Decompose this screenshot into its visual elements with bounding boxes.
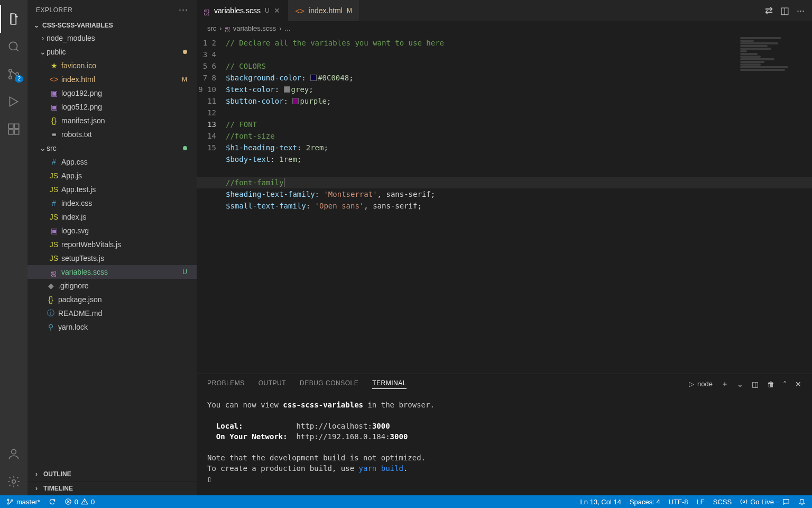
- status-bar: master* 0 0 Ln 13, Col 14 Spaces: 4 UTF-…: [0, 495, 812, 508]
- terminal-output[interactable]: You can now view css-scss-variables in t…: [197, 394, 812, 495]
- file-logo512[interactable]: ▣ logo512.png: [27, 100, 197, 114]
- scss-icon: ஜ: [49, 268, 59, 277]
- outline-section[interactable]: › OUTLINE: [27, 467, 197, 481]
- color-swatch: [310, 75, 317, 81]
- folder-src[interactable]: ⌄ src: [27, 141, 197, 155]
- explorer-sidebar: EXPLORER ··· ⌄ CSS-SCSS-VARIABLES › node…: [27, 0, 197, 495]
- js-icon: JS: [49, 240, 59, 249]
- terminal-picker[interactable]: ▷ node: [689, 380, 713, 388]
- timeline-section[interactable]: › TIMELINE: [27, 481, 197, 495]
- status-sync[interactable]: [44, 498, 60, 505]
- file-setuptests[interactable]: JS setupTests.js: [27, 251, 197, 265]
- split-editor-icon[interactable]: ◫: [780, 5, 789, 16]
- kill-terminal-icon[interactable]: 🗑: [767, 380, 774, 388]
- chevron-right-icon: ›: [33, 485, 40, 492]
- split-terminal-icon[interactable]: ◫: [752, 380, 759, 388]
- file-readme[interactable]: ⓘ README.md: [27, 306, 197, 320]
- chevron-right-icon: ›: [33, 470, 40, 478]
- svg-point-2: [9, 76, 12, 79]
- svg-rect-6: [8, 130, 13, 134]
- minimap[interactable]: [740, 37, 809, 90]
- activity-bar: 2: [0, 0, 27, 495]
- chevron-down-icon: ⌄: [33, 22, 40, 29]
- code-content[interactable]: // Declare all the variables you want to…: [226, 35, 812, 212]
- project-header[interactable]: ⌄ CSS-SCSS-VARIABLES: [27, 20, 197, 31]
- more-actions-icon[interactable]: ···: [797, 5, 805, 16]
- activity-account-icon[interactable]: [0, 440, 27, 468]
- scss-icon: ஜ: [225, 24, 230, 32]
- file-package-json[interactable]: {} package.json: [27, 293, 197, 306]
- project-name: CSS-SCSS-VARIABLES: [42, 22, 113, 29]
- json-icon: {}: [45, 295, 56, 304]
- panel-tab-terminal[interactable]: TERMINAL: [372, 379, 407, 389]
- folder-untracked-dot: [183, 146, 187, 150]
- status-feedback-icon[interactable]: [778, 498, 794, 505]
- file-logo192[interactable]: ▣ logo192.png: [27, 86, 197, 100]
- tab-variables-scss[interactable]: ஜ variables.scss U ✕: [197, 0, 288, 21]
- panel-tab-output[interactable]: OUTPUT: [259, 379, 286, 388]
- status-linecol[interactable]: Ln 13, Col 14: [576, 498, 625, 506]
- activity-explorer-icon[interactable]: [0, 5, 27, 33]
- new-terminal-icon[interactable]: ＋: [721, 379, 728, 389]
- maximize-panel-icon[interactable]: ˄: [783, 380, 787, 388]
- file-logo-svg[interactable]: ▣ logo.svg: [27, 224, 197, 238]
- close-icon[interactable]: ✕: [274, 6, 280, 15]
- file-status-u: U: [182, 268, 193, 276]
- status-spaces[interactable]: Spaces: 4: [625, 498, 665, 506]
- file-gitignore[interactable]: ◆ .gitignore: [27, 279, 197, 293]
- file-manifest[interactable]: {} manifest.json: [27, 114, 197, 128]
- folder-public[interactable]: ⌄ public: [27, 45, 197, 59]
- svg-point-0: [9, 42, 17, 50]
- file-app-js[interactable]: JS App.js: [27, 169, 197, 183]
- svg-point-1: [9, 69, 12, 72]
- file-index-html[interactable]: <> index.html M: [27, 72, 197, 86]
- close-panel-icon[interactable]: ✕: [795, 380, 801, 388]
- chevron-down-icon: ⌄: [39, 48, 47, 56]
- file-variables-scss[interactable]: ஜ variables.scss U: [27, 265, 197, 279]
- info-icon: ⓘ: [45, 309, 56, 318]
- compare-changes-icon[interactable]: ⇄: [765, 5, 773, 16]
- status-lang[interactable]: SCSS: [709, 498, 736, 506]
- editor-tabs: ஜ variables.scss U ✕ <> index.html M ⇄ ◫…: [197, 0, 812, 21]
- file-yarn-lock[interactable]: ⚲ yarn.lock: [27, 320, 197, 334]
- status-golive[interactable]: Go Live: [736, 498, 778, 506]
- code-editor[interactable]: 1 2 3 4 5 6 7 8 9 10 11 12 13 14 15 // D…: [197, 35, 812, 374]
- activity-debug-icon[interactable]: [0, 88, 27, 115]
- svg-rect-4: [8, 124, 13, 129]
- status-branch[interactable]: master*: [2, 498, 44, 506]
- tab-index-html[interactable]: <> index.html M: [288, 0, 360, 21]
- breadcrumb[interactable]: src › ஜ variables.scss › ...: [197, 21, 812, 35]
- chevron-down-icon: ⌄: [39, 144, 47, 152]
- file-index-js[interactable]: JS index.js: [27, 210, 197, 224]
- status-bell-icon[interactable]: [794, 498, 810, 505]
- sidebar-more-icon[interactable]: ···: [179, 4, 188, 15]
- svg-point-11: [7, 503, 9, 504]
- terminal-dropdown-icon[interactable]: ⌄: [737, 380, 743, 388]
- color-swatch: [284, 86, 290, 93]
- panel-tab-problems[interactable]: PROBLEMS: [207, 379, 245, 388]
- svg-rect-7: [14, 130, 19, 134]
- file-app-css[interactable]: # App.css: [27, 155, 197, 169]
- activity-search-icon[interactable]: [0, 33, 27, 60]
- file-app-test[interactable]: JS App.test.js: [27, 183, 197, 196]
- status-errors[interactable]: 0 0: [60, 498, 99, 506]
- svg-point-8: [12, 449, 16, 454]
- folder-dirty-dot: [183, 50, 187, 54]
- text-cursor: [284, 178, 284, 187]
- file-index-css[interactable]: # index.css: [27, 196, 197, 210]
- activity-scm-icon[interactable]: 2: [0, 60, 27, 88]
- html-icon: <>: [49, 75, 59, 84]
- file-robots[interactable]: ≡ robots.txt: [27, 128, 197, 141]
- js-icon: JS: [49, 185, 59, 194]
- activity-extensions-icon[interactable]: [0, 115, 27, 143]
- folder-node-modules[interactable]: › node_modules: [27, 31, 197, 45]
- file-reportwebvitals[interactable]: JS reportWebVitals.js: [27, 238, 197, 251]
- activity-settings-icon[interactable]: [0, 468, 27, 495]
- panel-tab-debug[interactable]: DEBUG CONSOLE: [300, 379, 358, 388]
- js-icon: JS: [49, 171, 59, 180]
- status-eol[interactable]: LF: [693, 498, 709, 506]
- file-favicon[interactable]: ★ favicon.ico: [27, 59, 197, 72]
- svg-point-9: [12, 480, 16, 484]
- status-encoding[interactable]: UTF-8: [665, 498, 693, 506]
- color-swatch: [292, 98, 299, 104]
